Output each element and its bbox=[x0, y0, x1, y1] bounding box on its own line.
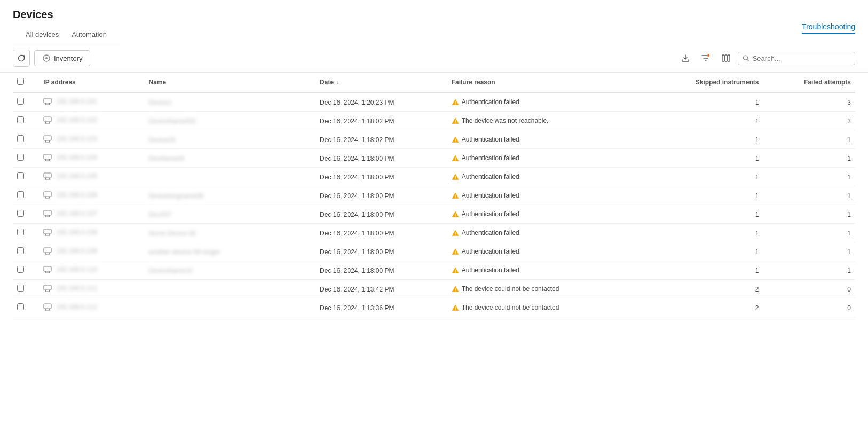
row-failed-text: 0 bbox=[847, 286, 851, 293]
row-skipped-cell: 1 bbox=[645, 149, 763, 168]
col-date[interactable]: Date ↓ bbox=[315, 73, 447, 92]
row-failed-text: 1 bbox=[847, 136, 851, 144]
filter-icon bbox=[701, 53, 711, 63]
row-name-cell bbox=[145, 168, 316, 186]
row-checkbox[interactable] bbox=[17, 266, 24, 273]
svg-point-67 bbox=[455, 272, 455, 272]
row-ip-text: 192.168.0.102 bbox=[56, 116, 97, 124]
row-skipped-cell: 2 bbox=[645, 298, 763, 317]
row-skipped-text: 1 bbox=[755, 230, 759, 237]
row-checkbox-cell bbox=[13, 298, 39, 317]
row-reason-text: The device was not reachable. bbox=[462, 117, 549, 124]
row-checkbox[interactable] bbox=[17, 229, 24, 235]
row-ip-cell: 192.168.0.103 bbox=[39, 130, 144, 147]
monitor-icon bbox=[43, 191, 52, 199]
svg-point-19 bbox=[455, 122, 455, 123]
failure-cell: Authentication failed. bbox=[452, 98, 641, 106]
row-checkbox[interactable] bbox=[17, 210, 24, 217]
tab-automation[interactable]: Automation bbox=[72, 30, 107, 44]
table-row: 192.168.0.102 DeviceName002Dec 16, 2024,… bbox=[13, 112, 855, 130]
row-checkbox[interactable] bbox=[17, 98, 24, 105]
monitor-icon bbox=[43, 229, 52, 236]
failure-cell: Authentication failed. bbox=[452, 173, 641, 180]
row-checkbox[interactable] bbox=[17, 154, 24, 161]
select-all-checkbox[interactable] bbox=[17, 78, 24, 85]
failure-cell: Authentication failed. bbox=[452, 266, 641, 274]
svg-point-25 bbox=[455, 141, 455, 142]
row-name-cell: DevX07 bbox=[145, 205, 316, 224]
row-checkbox[interactable] bbox=[17, 303, 24, 310]
svg-rect-74 bbox=[44, 304, 51, 309]
svg-rect-3 bbox=[722, 55, 724, 61]
warning-icon bbox=[452, 230, 459, 237]
download-icon bbox=[681, 53, 690, 63]
failure-cell: Authentication failed. bbox=[452, 248, 641, 255]
columns-icon bbox=[721, 53, 731, 63]
row-name-cell: DeviceName002 bbox=[145, 112, 316, 130]
row-reason-text: Authentication failed. bbox=[462, 192, 521, 199]
row-date-text: Dec 16, 2024, 1:18:00 PM bbox=[320, 267, 394, 274]
table-row: 192.168.0.101 Device1Dec 16, 2024, 1:20:… bbox=[13, 92, 855, 112]
row-ip-text: 192.168.0.109 bbox=[56, 247, 97, 255]
warning-icon bbox=[452, 211, 459, 218]
row-date-cell: Dec 16, 2024, 1:18:00 PM bbox=[315, 168, 447, 186]
row-checkbox-cell bbox=[13, 261, 39, 280]
table-row: 192.168.0.112 Dec 16, 2024, 1:13:36 PM T… bbox=[13, 298, 855, 317]
row-checkbox-cell bbox=[13, 280, 39, 298]
table-row: 192.168.0.104 DevName04Dec 16, 2024, 1:1… bbox=[13, 149, 855, 168]
row-checkbox[interactable] bbox=[17, 135, 24, 142]
row-ip-cell: 192.168.0.111 bbox=[39, 280, 144, 297]
row-ip-text: 192.168.0.104 bbox=[56, 154, 97, 161]
monitor-icon bbox=[43, 285, 52, 292]
row-skipped-cell: 2 bbox=[645, 280, 763, 298]
row-checkbox[interactable] bbox=[17, 285, 24, 292]
row-date-cell: Dec 16, 2024, 1:13:36 PM bbox=[315, 298, 447, 317]
row-date-text: Dec 16, 2024, 1:13:42 PM bbox=[320, 286, 394, 293]
row-checkbox[interactable] bbox=[17, 116, 24, 123]
tab-all-devices[interactable]: All devices bbox=[26, 30, 59, 44]
select-all-header[interactable] bbox=[13, 73, 39, 92]
failure-cell: The device was not reachable. bbox=[452, 117, 641, 124]
warning-icon bbox=[452, 174, 459, 180]
row-name-cell: DevName04 bbox=[145, 149, 316, 168]
row-skipped-text: 1 bbox=[755, 155, 759, 162]
row-date-cell: Dec 16, 2024, 1:13:42 PM bbox=[315, 280, 447, 298]
monitor-icon bbox=[43, 266, 52, 273]
refresh-button[interactable] bbox=[13, 50, 30, 67]
download-button[interactable] bbox=[677, 50, 694, 67]
row-date-text: Dec 16, 2024, 1:18:00 PM bbox=[320, 248, 394, 256]
row-failed-cell: 1 bbox=[763, 186, 855, 205]
svg-rect-20 bbox=[44, 136, 51, 140]
table-row: 192.168.0.111 Dec 16, 2024, 1:13:42 PM T… bbox=[13, 280, 855, 298]
filter-button[interactable] bbox=[697, 50, 714, 67]
row-date-cell: Dec 16, 2024, 1:18:00 PM bbox=[315, 186, 447, 205]
failure-cell: The device could not be contacted bbox=[452, 285, 641, 293]
row-checkbox[interactable] bbox=[17, 191, 24, 198]
row-checkbox[interactable] bbox=[17, 247, 24, 254]
row-skipped-text: 1 bbox=[755, 174, 759, 181]
row-skipped-cell: 1 bbox=[645, 205, 763, 224]
monitor-icon bbox=[43, 135, 52, 143]
table-row: 192.168.0.106 Devicelongname06Dec 16, 20… bbox=[13, 186, 855, 205]
row-name-cell: DeviceName10 bbox=[145, 261, 316, 280]
row-name-cell: Device03 bbox=[145, 130, 316, 149]
warning-icon bbox=[452, 304, 459, 311]
svg-point-37 bbox=[455, 178, 455, 179]
row-failed-cell: 0 bbox=[763, 298, 855, 317]
row-date-cell: Dec 16, 2024, 1:18:02 PM bbox=[315, 112, 447, 130]
row-date-text: Dec 16, 2024, 1:18:00 PM bbox=[320, 174, 394, 181]
row-checkbox[interactable] bbox=[17, 172, 24, 179]
svg-point-55 bbox=[455, 234, 455, 235]
row-name-text: DeviceName10 bbox=[149, 267, 193, 274]
svg-point-79 bbox=[455, 309, 455, 310]
table-row: 192.168.0.103 Device03Dec 16, 2024, 1:18… bbox=[13, 130, 855, 149]
row-skipped-cell: 1 bbox=[645, 261, 763, 280]
inventory-tab[interactable]: Inventory bbox=[34, 50, 90, 66]
search-input[interactable] bbox=[753, 54, 850, 62]
row-reason-cell: Authentication failed. bbox=[447, 261, 645, 280]
warning-icon bbox=[452, 192, 459, 199]
columns-button[interactable] bbox=[717, 50, 735, 67]
row-reason-cell: The device could not be contacted bbox=[447, 280, 645, 298]
tab-troubleshooting[interactable]: Troubleshooting bbox=[802, 22, 855, 34]
refresh-icon bbox=[17, 54, 26, 62]
